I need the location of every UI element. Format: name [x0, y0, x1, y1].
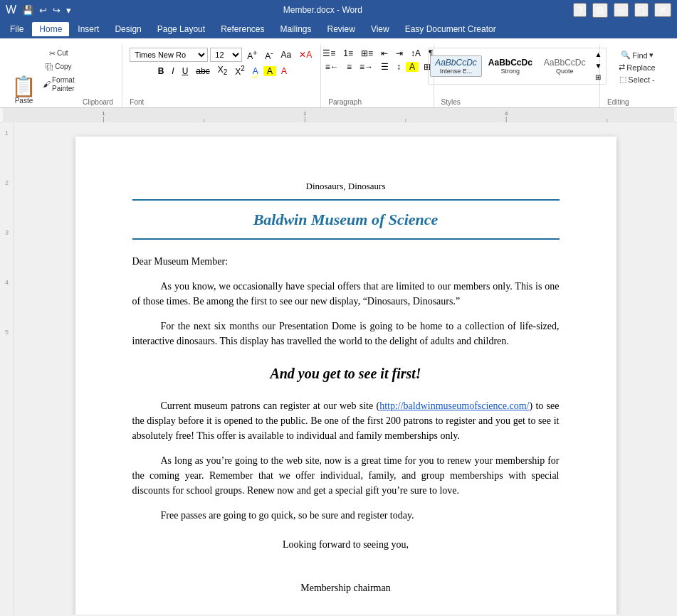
- menu-insert[interactable]: Insert: [70, 22, 106, 36]
- replace-button[interactable]: ⇄ Replace: [616, 61, 658, 73]
- style-aabbccdc-1[interactable]: AaBbCcDc Intense E...: [430, 55, 482, 77]
- font-name-row: Times New Ro 12 A+ A- Aa ✕A: [130, 48, 315, 62]
- menu-bar: File Home Insert Design Page Layout Refe…: [0, 20, 677, 38]
- line-spacing-button[interactable]: ↕: [394, 61, 404, 73]
- style-label-2: Strong: [501, 68, 520, 75]
- decrease-font-button[interactable]: A-: [262, 48, 275, 62]
- style-label-1: Intense E...: [440, 68, 473, 75]
- font-size-select[interactable]: 12: [210, 48, 242, 62]
- align-left-button[interactable]: ≡←: [322, 61, 342, 73]
- paste-button[interactable]: 📋 Paste: [10, 75, 38, 106]
- cut-icon: ✂: [49, 49, 56, 58]
- para-row1: ☰≡ 1≡ ⊞≡ ⇤ ⇥ ↕A ¶: [320, 48, 436, 59]
- doc-signature: Membership chairman: [132, 580, 560, 595]
- font-format-row: B I U abc X2 X2 A A A: [155, 64, 290, 78]
- clipboard-right: ✂ Cut ⿻ Copy 🖌 Format Painter: [41, 48, 77, 106]
- paste-label: Paste: [15, 97, 33, 105]
- font-color2-button[interactable]: A: [278, 65, 290, 77]
- style-strong[interactable]: AaBbCcDc Strong: [483, 55, 537, 77]
- ribbon-toggle-button[interactable]: ⧉: [592, 3, 608, 18]
- title-bar-left: W 💾 ↩ ↪ ▾: [6, 4, 73, 16]
- align-center-button[interactable]: ≡: [344, 61, 355, 73]
- underline-button[interactable]: U: [179, 65, 191, 77]
- save-button[interactable]: 💾: [21, 4, 35, 16]
- font-color-button[interactable]: A: [250, 65, 261, 77]
- numbering-button[interactable]: 1≡: [340, 48, 356, 59]
- left-margin: 1 2 3 4 5: [0, 122, 14, 615]
- doc-title: Baldwin Museum of Science: [132, 208, 560, 231]
- italic-button[interactable]: I: [169, 65, 177, 77]
- close-button[interactable]: ✕: [654, 3, 671, 17]
- ribbon: 📋 Paste ✂ Cut ⿻ Copy 🖌 Format Painter Cl…: [0, 38, 677, 108]
- document-area: Dinosaurs, Dinosaurs Baldwin Museum of S…: [14, 122, 677, 615]
- svg-text:1: 1: [303, 110, 307, 117]
- doc-link[interactable]: http://baldwinmuseumofscience.com/: [379, 400, 529, 411]
- shading-button[interactable]: A: [406, 62, 419, 72]
- style-sample-3: AaBbCcDc: [544, 58, 586, 68]
- sort-button[interactable]: ↕A: [408, 48, 424, 59]
- doc-big-italic: And you get to see it first!: [132, 363, 560, 384]
- copy-icon: ⿻: [46, 63, 53, 72]
- ruler: 1 1 4: [3, 108, 674, 122]
- styles-group: AaBbCcDc Intense E... AaBbCcDc Strong Aa…: [436, 45, 600, 107]
- subscript-button[interactable]: X2: [215, 64, 231, 78]
- replace-icon: ⇄: [619, 63, 625, 72]
- doc-body: Dear Museum Member: As you know, we occa…: [132, 254, 560, 595]
- align-right-button[interactable]: ≡→: [357, 61, 376, 73]
- increase-indent-button[interactable]: ⇥: [393, 48, 406, 59]
- justify-button[interactable]: ☰: [378, 61, 392, 73]
- help-button[interactable]: ?: [573, 3, 587, 17]
- menu-view[interactable]: View: [364, 22, 397, 36]
- cut-button[interactable]: ✂ Cut: [41, 48, 77, 60]
- bullets-button[interactable]: ☰≡: [320, 48, 338, 59]
- styles-label: Styles: [441, 98, 461, 106]
- editing-label: Editing: [607, 98, 629, 106]
- maximize-button[interactable]: □: [634, 3, 649, 17]
- style-sample-2: AaBbCcDc: [488, 58, 532, 68]
- doc-closing: Looking forward to seeing you,: [132, 537, 560, 552]
- doc-subtitle: Dinosaurs, Dinosaurs: [132, 179, 560, 193]
- document[interactable]: Dinosaurs, Dinosaurs Baldwin Museum of S…: [75, 137, 616, 615]
- doc-para3-before: Current museum patrons can register at o…: [161, 400, 380, 411]
- increase-font-button[interactable]: A+: [244, 48, 260, 62]
- format-painter-button[interactable]: 🖌 Format Painter: [41, 75, 77, 95]
- redo-button[interactable]: ↪: [51, 4, 62, 16]
- highlight-button[interactable]: A: [263, 66, 276, 76]
- clear-formatting-button[interactable]: ✕A: [296, 49, 315, 60]
- superscript-button[interactable]: X2: [232, 64, 248, 78]
- font-name-select[interactable]: Times New Ro: [130, 48, 208, 62]
- title-bar: W 💾 ↩ ↪ ▾ Member.docx - Word ? ⧉ − □ ✕: [0, 0, 677, 20]
- window-controls: ? ⧉ − □ ✕: [573, 3, 671, 18]
- minimize-button[interactable]: −: [614, 3, 628, 17]
- styles-container: AaBbCcDc Intense E... AaBbCcDc Strong Aa…: [428, 48, 607, 85]
- menu-design[interactable]: Design: [107, 22, 148, 36]
- find-icon: 🔍: [621, 51, 631, 60]
- menu-home[interactable]: Home: [32, 22, 69, 36]
- word-icon: W: [6, 4, 16, 16]
- menu-easy-doc[interactable]: Easy Document Creator: [398, 22, 503, 36]
- bold-button[interactable]: B: [155, 65, 167, 77]
- main-area: 1 2 3 4 5 Dinosaurs, Dinosaurs Baldwin M…: [0, 122, 677, 615]
- menu-review[interactable]: Review: [320, 22, 362, 36]
- select-button[interactable]: ⬚ Select -: [616, 73, 657, 85]
- style-quote[interactable]: AaBbCcDc Quote: [539, 55, 591, 77]
- para-row2: ≡← ≡ ≡→ ☰ ↕ A ⊞: [322, 61, 434, 73]
- menu-page-layout[interactable]: Page Layout: [150, 22, 212, 36]
- doc-salutation: Dear Museum Member:: [132, 254, 560, 269]
- customize-button[interactable]: ▾: [65, 4, 73, 16]
- multilevel-button[interactable]: ⊞≡: [358, 48, 376, 59]
- doc-para5: Free passes are going to go quick, so be…: [132, 508, 560, 523]
- paste-icon: 📋: [11, 77, 36, 97]
- decrease-indent-button[interactable]: ⇤: [378, 48, 391, 59]
- strikethrough-button[interactable]: abc: [193, 65, 212, 77]
- undo-button[interactable]: ↩: [38, 4, 48, 16]
- copy-button[interactable]: ⿻ Copy: [41, 61, 77, 73]
- menu-file[interactable]: File: [3, 22, 31, 36]
- paragraph-group: ☰≡ 1≡ ⊞≡ ⇤ ⇥ ↕A ¶ ≡← ≡ ≡→ ☰ ↕ A ⊞ Paragr…: [322, 45, 434, 107]
- menu-mailings[interactable]: Mailings: [273, 22, 319, 36]
- menu-references[interactable]: References: [214, 22, 271, 36]
- change-case-button[interactable]: Aa: [278, 49, 295, 60]
- select-icon: ⬚: [619, 75, 626, 84]
- clipboard-label: Clipboard: [80, 98, 117, 106]
- find-button[interactable]: 🔍 Find ▾: [618, 49, 656, 61]
